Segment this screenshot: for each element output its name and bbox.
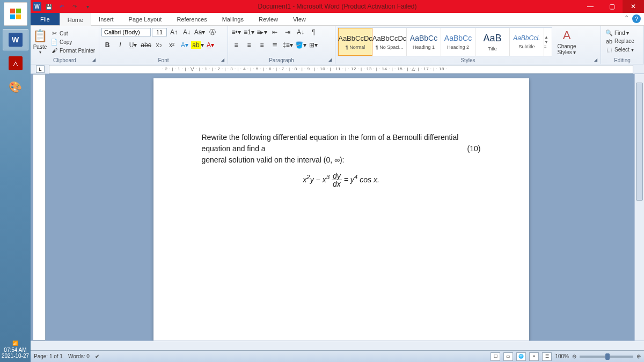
multilevel-button[interactable]: ≡▸▾ xyxy=(256,27,268,38)
start-button[interactable] xyxy=(4,2,27,26)
qat-undo-button[interactable]: ↶ xyxy=(56,2,67,11)
minimize-button[interactable]: — xyxy=(580,0,601,13)
grow-font-button[interactable]: A↑ xyxy=(168,27,180,38)
horizontal-scrollbar[interactable] xyxy=(31,341,644,350)
font-size-select[interactable]: 11 xyxy=(152,28,167,36)
bold-button[interactable]: B xyxy=(101,40,113,50)
sort-button[interactable]: A↓ xyxy=(295,27,306,38)
select-button[interactable]: ⬚Select ▾ xyxy=(603,46,636,54)
style-no-spacing[interactable]: AaBbCcDc¶ No Spaci... xyxy=(372,28,407,56)
style-heading-2[interactable]: AaBbCcHeading 2 xyxy=(441,28,475,56)
tab-page-layout[interactable]: Page Layout xyxy=(121,13,170,25)
decrease-indent-button[interactable]: ⇤ xyxy=(269,27,281,38)
qat-customize-button[interactable]: ▾ xyxy=(82,2,93,11)
sort-icon: A↓ xyxy=(297,28,304,36)
style-heading-1[interactable]: AaBbCcHeading 1 xyxy=(407,28,441,56)
shading-button[interactable]: 🪣▾ xyxy=(295,40,306,50)
copy-button[interactable]: 📄Copy xyxy=(48,38,97,46)
view-outline[interactable]: ≡ xyxy=(529,352,539,361)
zoom-out-button[interactable]: ⊖ xyxy=(572,353,576,359)
tab-insert[interactable]: Insert xyxy=(91,13,121,25)
clipboard-launcher[interactable]: ◢ xyxy=(92,57,98,63)
tab-view[interactable]: View xyxy=(286,13,313,25)
style-title[interactable]: AaBTitle xyxy=(475,28,510,56)
svg-rect-2 xyxy=(10,14,15,19)
style-normal[interactable]: AaBbCcDc¶ Normal xyxy=(338,28,372,56)
styles-gallery[interactable]: AaBbCcDc¶ Normal AaBbCcDc¶ No Spaci... A… xyxy=(338,27,552,56)
view-print-layout[interactable]: ☐ xyxy=(491,352,500,361)
increase-indent-button[interactable]: ⇥ xyxy=(282,27,294,38)
view-full-screen[interactable]: ▭ xyxy=(503,352,513,361)
vertical-ruler[interactable] xyxy=(33,74,46,341)
change-case-button[interactable]: Aa▾ xyxy=(194,27,206,38)
clear-formatting-button[interactable]: Ⓐ xyxy=(207,27,218,38)
paste-button[interactable]: 📋 Paste ▾ xyxy=(33,27,47,57)
help-button[interactable]: ? xyxy=(632,14,641,23)
font-color-icon: A xyxy=(207,41,211,49)
taskbar-clock[interactable]: 📶 07:54 AM 2021-10-27 xyxy=(0,341,31,359)
show-marks-button[interactable]: ¶ xyxy=(308,27,319,38)
change-styles-label: Change Styles ▾ xyxy=(553,43,580,55)
zoom-slider[interactable] xyxy=(580,356,633,358)
brush-icon: 🖌 xyxy=(50,47,58,54)
numbering-button[interactable]: ≡1▾ xyxy=(243,27,255,38)
group-label-paragraph: Paragraph xyxy=(228,57,335,63)
styles-scroll[interactable]: ▲▼≡ xyxy=(544,35,552,49)
change-styles-button[interactable]: A Change Styles ▾ xyxy=(553,27,580,57)
svg-rect-0 xyxy=(10,9,15,13)
borders-button[interactable]: ⊞▾ xyxy=(308,40,319,50)
tab-mailings[interactable]: Mailings xyxy=(215,13,251,25)
close-button[interactable]: ✕ xyxy=(623,0,644,13)
tab-selector[interactable]: L xyxy=(36,65,45,73)
line-spacing-button[interactable]: ‡≡▾ xyxy=(282,40,294,50)
replace-icon: ab xyxy=(605,38,613,45)
tab-references[interactable]: References xyxy=(169,13,214,25)
horizontal-ruler[interactable]: · 2 · | · 1 · | · ⋁ · | · 1 · | · 2 · | … xyxy=(49,65,633,73)
superscript-button[interactable]: x² xyxy=(166,40,178,50)
taskbar-app-word[interactable]: W xyxy=(3,29,28,50)
strike-button[interactable]: abc xyxy=(140,40,152,50)
status-proof[interactable]: ✔ xyxy=(95,353,99,359)
paragraph-launcher[interactable]: ◢ xyxy=(328,57,334,63)
word-app-icon[interactable]: W xyxy=(33,2,41,11)
qat-redo-button[interactable]: ↷ xyxy=(69,2,80,11)
shrink-font-button[interactable]: A↓ xyxy=(181,27,193,38)
tab-file[interactable]: File xyxy=(31,13,60,25)
status-words[interactable]: Words: 0 xyxy=(68,353,90,359)
zoom-level[interactable]: 100% xyxy=(555,353,569,359)
subscript-button[interactable]: x₂ xyxy=(153,40,165,50)
style-subtitle[interactable]: AaBbCcLSubtitle xyxy=(510,28,544,56)
taskbar-app-adobe[interactable]: ⩑ xyxy=(3,53,28,74)
find-button[interactable]: 🔍Find ▾ xyxy=(603,29,636,37)
underline-button[interactable]: U▾ xyxy=(127,40,139,50)
italic-button[interactable]: I xyxy=(114,40,126,50)
highlight-button[interactable]: ab▾ xyxy=(192,40,203,50)
bullets-button[interactable]: ≡•▾ xyxy=(230,27,242,38)
status-page[interactable]: Page: 1 of 1 xyxy=(34,353,63,359)
cut-button[interactable]: ✂Cut xyxy=(48,29,97,38)
justify-button[interactable]: ≣ xyxy=(269,40,281,50)
minimize-ribbon-button[interactable]: ⌃ xyxy=(624,14,629,23)
view-web-layout[interactable]: 🌐 xyxy=(516,352,526,361)
text-effects-button[interactable]: A▾ xyxy=(179,40,191,50)
align-left-button[interactable]: ≡ xyxy=(230,40,242,50)
styles-launcher[interactable]: ◢ xyxy=(594,57,599,63)
font-color-button[interactable]: A▾ xyxy=(204,40,216,50)
font-name-select[interactable]: Calibri (Body) xyxy=(101,28,151,36)
vertical-scrollbar[interactable] xyxy=(634,74,644,341)
tab-review[interactable]: Review xyxy=(251,13,286,25)
qat-save-button[interactable]: 💾 xyxy=(43,2,54,11)
replace-button[interactable]: abReplace xyxy=(603,38,636,45)
zoom-in-button[interactable]: ⊕ xyxy=(636,353,641,359)
document-page[interactable]: Rewrite the following differential equat… xyxy=(153,78,529,341)
scrollbar-thumb[interactable] xyxy=(636,83,643,201)
align-center-button[interactable]: ≡ xyxy=(243,40,255,50)
tab-home[interactable]: Home xyxy=(60,13,91,26)
view-draft[interactable]: ☰ xyxy=(542,352,552,361)
format-painter-button[interactable]: 🖌Format Painter xyxy=(48,47,97,54)
taskbar-app-paint[interactable]: 🎨 xyxy=(3,76,28,98)
align-right-button[interactable]: ≡ xyxy=(256,40,268,50)
font-launcher[interactable]: ◢ xyxy=(221,57,226,63)
maximize-button[interactable]: ▢ xyxy=(601,0,623,13)
zoom-slider-thumb[interactable] xyxy=(605,353,610,360)
